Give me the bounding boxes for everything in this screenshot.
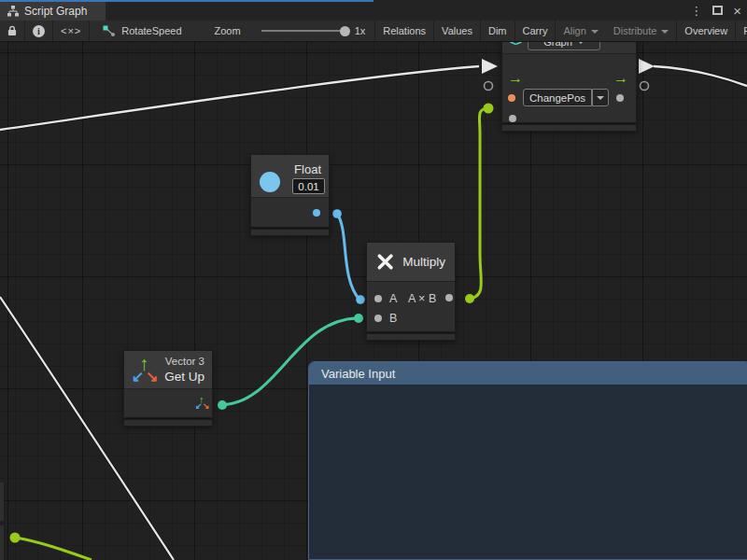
unconnected-ring-left[interactable]: [485, 82, 493, 91]
multiply-node-header[interactable]: Multiply: [367, 243, 455, 282]
vector3-icon: ↑ ↙ ↘: [132, 354, 160, 385]
zoom-slider[interactable]: [261, 30, 348, 32]
multiply-input-b-label: B: [389, 312, 397, 325]
graph-chevrons-icon: <>: [510, 42, 521, 49]
window-controls: ⋮ ×: [690, 0, 741, 21]
changepos-dropdown-button[interactable]: [592, 89, 609, 106]
multiply-node-body: A A × B B: [367, 282, 455, 331]
maximize-icon[interactable]: [712, 6, 723, 15]
multiply-input-a-port[interactable]: [374, 295, 382, 302]
float-node-footer: [250, 229, 330, 236]
chevron-down-icon: [597, 96, 604, 100]
vector-node-header[interactable]: ↑ ↙ ↘ Vector 3 Get Up: [124, 351, 212, 389]
wire-diagonal[interactable]: [0, 297, 174, 560]
node-graph[interactable]: <> Graph → → ChangePos: [501, 42, 637, 123]
vector-node-footer: [123, 419, 213, 427]
wire-bulb-multiply-b: [354, 314, 363, 323]
vector-type-label: Vector 3: [165, 356, 204, 367]
changepos-input-port[interactable]: [508, 94, 515, 102]
graph-hierarchy-icon: [7, 6, 19, 17]
distribute-dropdown[interactable]: Distribute: [606, 21, 677, 41]
value-input-port-2[interactable]: [509, 115, 516, 122]
wire-bulb-multiply-a: [356, 295, 365, 304]
multiply-title: Multiply: [402, 255, 445, 269]
node-float[interactable]: Float: [250, 154, 330, 228]
zoom-value: 1x: [355, 25, 366, 36]
graph-canvas[interactable]: Variable Input: [0, 42, 747, 560]
changepos-dropdown[interactable]: ChangePos: [523, 89, 592, 106]
close-icon[interactable]: ×: [733, 4, 741, 18]
control-output-port[interactable]: →: [613, 71, 628, 86]
node-vector[interactable]: ↑ ↙ ↘ Vector 3 Get Up ↑ ↙ ↘: [123, 350, 213, 418]
wire-multiply-to-graph[interactable]: [470, 108, 488, 299]
node-multiply[interactable]: Multiply A A × B B: [366, 242, 456, 332]
tab-bar: Script Graph ⋮ ×: [0, 0, 747, 21]
vector-title: Get Up: [164, 370, 204, 384]
info-icon: i: [33, 25, 45, 37]
float-node-header[interactable]: Float: [251, 155, 329, 198]
multiply-output-port[interactable]: [445, 294, 453, 301]
float-output-port[interactable]: [313, 209, 320, 217]
control-out-arrowhead: [639, 59, 655, 74]
overview-button[interactable]: Overview: [677, 21, 736, 41]
zoom-slider-handle[interactable]: [340, 26, 350, 36]
multiply-input-b-port[interactable]: [374, 315, 382, 322]
code-view-button[interactable]: <×>: [53, 21, 90, 41]
partial-node-left[interactable]: [0, 483, 5, 521]
vector-output-port[interactable]: ↑ ↙ ↘: [195, 395, 210, 411]
wire-vector-to-multiply[interactable]: [222, 318, 358, 405]
multiply-input-a-label: A: [389, 292, 397, 305]
graph-node-body: → → ChangePos: [502, 54, 636, 122]
wire-control-out-outline: [654, 66, 747, 86]
float-node-body: [251, 198, 329, 227]
multiply-output-label: A × B: [408, 292, 436, 305]
graph-node-header[interactable]: <> Graph: [502, 42, 636, 54]
wire-control-in[interactable]: [0, 66, 479, 130]
wire-bulb-bottom-left: [10, 533, 21, 543]
graph-node-footer: [501, 124, 637, 132]
zoom-control: Zoom 1x: [191, 21, 376, 41]
lock-icon: [7, 25, 17, 36]
code-view-icon: <×>: [61, 25, 81, 36]
graph-name-label: RotateSpeed: [121, 25, 181, 36]
control-input-port[interactable]: →: [508, 71, 523, 86]
window-menu-icon[interactable]: ⋮: [690, 5, 702, 17]
changepos-value: ChangePos: [529, 92, 585, 104]
control-in-arrowhead: [482, 59, 498, 74]
tab-script-graph[interactable]: Script Graph: [0, 2, 106, 21]
dim-button[interactable]: Dim: [481, 21, 515, 41]
zoom-label: Zoom: [215, 25, 241, 36]
float-type-icon: [260, 172, 280, 192]
wire-bulb-multiply-out: [465, 294, 474, 303]
partial-node-left-footer: [0, 525, 5, 560]
tab-title: Script Graph: [24, 5, 87, 18]
chevron-down-icon: [661, 30, 669, 34]
graph-title-label: Graph: [543, 42, 572, 48]
wire-bottom-left[interactable]: [15, 538, 92, 560]
wire-float-to-multiply[interactable]: [337, 214, 359, 300]
carry-button[interactable]: Carry: [515, 21, 557, 41]
float-title: Float: [294, 162, 321, 176]
vector-node-body: ↑ ↙ ↘: [124, 389, 212, 417]
chevron-down-icon: [591, 30, 599, 34]
info-button[interactable]: i: [25, 21, 53, 41]
align-dropdown[interactable]: Align: [556, 21, 605, 41]
multiply-node-footer: [366, 333, 456, 341]
multiply-icon: [376, 251, 394, 273]
unconnected-ring-right[interactable]: [641, 82, 649, 91]
full-screen-button[interactable]: Full Screen: [736, 21, 747, 41]
value-output-port[interactable]: [616, 94, 624, 102]
wire-bulb-graph-in: [484, 104, 494, 114]
lock-button[interactable]: [0, 21, 25, 41]
graph-title-dropdown[interactable]: Graph: [528, 42, 600, 50]
node-graph-icon: [103, 25, 116, 37]
chevron-down-icon: [577, 42, 585, 44]
relations-button[interactable]: Relations: [375, 21, 434, 41]
graph-reference-button[interactable]: RotateSpeed: [90, 21, 190, 41]
wire-bulb-vector-out: [218, 400, 227, 410]
graph-toolbar: i <×> RotateSpeed Zoom 1x Relations Valu…: [0, 21, 747, 42]
values-button[interactable]: Values: [434, 21, 481, 41]
float-value-input[interactable]: [292, 178, 325, 194]
wire-bulb-float-out: [332, 209, 342, 218]
script-graph-window: Script Graph ⋮ × i <×> RotateS: [0, 0, 747, 560]
